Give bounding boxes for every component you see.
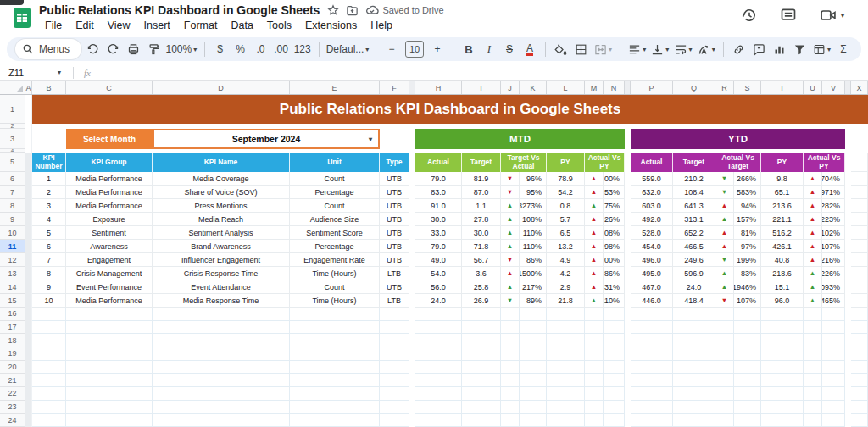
cell[interactable]: ▲ [585, 199, 604, 213]
cell[interactable] [673, 361, 715, 374]
increase-font-size-button[interactable]: + [428, 40, 447, 58]
cell[interactable]: 15.1 [761, 280, 804, 294]
cell[interactable] [547, 387, 585, 401]
cell[interactable] [761, 321, 804, 335]
cell[interactable] [501, 401, 520, 414]
cell[interactable] [153, 321, 290, 335]
star-icon[interactable] [326, 4, 339, 17]
cell[interactable] [625, 374, 631, 387]
cell[interactable] [585, 308, 604, 321]
column-header-cell[interactable]: Target [673, 152, 715, 172]
cell[interactable] [822, 374, 845, 387]
cell[interactable]: 10 [32, 294, 66, 308]
cell[interactable] [585, 347, 604, 361]
cell[interactable] [631, 347, 673, 361]
cell[interactable] [845, 374, 851, 387]
column-header-A[interactable]: A [25, 81, 32, 94]
cell[interactable] [501, 387, 520, 401]
cell[interactable] [673, 321, 715, 335]
version-history-icon[interactable] [741, 7, 758, 24]
cell[interactable]: ▲ [715, 226, 734, 240]
cell[interactable]: 108.4 [673, 186, 715, 199]
cell[interactable] [851, 267, 868, 280]
cell[interactable] [462, 414, 501, 427]
cell[interactable] [415, 334, 462, 347]
create-filter-button[interactable] [791, 40, 810, 58]
borders-button[interactable] [572, 40, 591, 58]
cell[interactable]: 6.5 [547, 226, 585, 240]
cell[interactable]: ▲ [804, 226, 822, 240]
cell[interactable]: 652.2 [673, 226, 715, 240]
cell[interactable] [851, 414, 868, 427]
column-header-E[interactable]: E [290, 81, 380, 94]
cell[interactable] [415, 387, 462, 401]
cell[interactable]: 24.0 [673, 280, 715, 294]
cell[interactable]: LTB [380, 267, 409, 280]
cell[interactable]: 226% [822, 267, 845, 280]
comment-history-icon[interactable] [780, 7, 797, 24]
cell[interactable]: ▲ [501, 226, 520, 240]
cell[interactable] [851, 213, 868, 226]
cell[interactable]: 199% [734, 253, 761, 267]
cell[interactable] [380, 308, 409, 321]
cell[interactable] [604, 308, 625, 321]
cell[interactable]: ▲ [585, 267, 604, 280]
cell[interactable]: ▲ [804, 294, 822, 308]
cell[interactable] [822, 321, 845, 335]
cell[interactable] [761, 308, 804, 321]
cell[interactable] [409, 308, 415, 321]
select-month-label[interactable]: Select Month [66, 129, 153, 149]
cell[interactable]: Time (Hours) [290, 267, 380, 280]
dashboard-title-banner[interactable]: Public Relations KPI Dashboard in Google… [32, 95, 868, 124]
cell[interactable]: 4 [32, 213, 66, 226]
cell[interactable]: ▲ [585, 213, 604, 226]
redo-button[interactable] [103, 40, 122, 58]
cell[interactable] [380, 347, 409, 361]
cell[interactable]: ▼ [715, 186, 734, 199]
cell[interactable] [25, 129, 32, 149]
column-header-B[interactable]: B [32, 81, 66, 94]
cell[interactable] [25, 334, 32, 347]
cell[interactable]: 56.0 [415, 280, 462, 294]
cell[interactable]: 465% [822, 294, 845, 308]
cell[interactable] [761, 334, 804, 347]
cell[interactable]: 4.2 [547, 267, 585, 280]
cell[interactable]: 508% [604, 226, 625, 240]
cell[interactable] [845, 321, 851, 335]
cell[interactable]: 466.5 [673, 240, 715, 253]
row-header[interactable]: 17 [0, 321, 25, 335]
cell[interactable] [585, 414, 604, 427]
font-size-input[interactable]: 10 [403, 40, 426, 58]
cell[interactable]: 559.0 [631, 172, 673, 186]
cell[interactable]: 1 [32, 172, 66, 186]
cell[interactable]: ▲ [501, 199, 520, 213]
cell[interactable]: 56.7 [462, 253, 501, 267]
cell[interactable] [851, 226, 868, 240]
cell[interactable] [604, 414, 625, 427]
column-header-cell[interactable]: Actual [631, 152, 673, 172]
cell[interactable]: 5.7 [547, 213, 585, 226]
cell[interactable]: ▲ [585, 240, 604, 253]
cell[interactable] [822, 414, 845, 427]
cell[interactable]: ▲ [715, 213, 734, 226]
cell[interactable]: 516.2 [761, 226, 804, 240]
cell[interactable]: Sentiment Analysis [153, 226, 290, 240]
cell[interactable]: Crisis Response Time [153, 267, 290, 280]
cell[interactable]: ▲ [804, 267, 822, 280]
increase-decimal-button[interactable]: .00 [272, 40, 291, 58]
cell[interactable]: Engagement Rate [290, 253, 380, 267]
cell[interactable]: ▲ [715, 267, 734, 280]
cell[interactable] [631, 401, 673, 414]
cell[interactable] [822, 387, 845, 401]
cell[interactable]: 210.2 [673, 172, 715, 186]
cell[interactable] [462, 387, 501, 401]
cell[interactable] [32, 374, 66, 387]
cell[interactable]: Influencer Engagement [153, 253, 290, 267]
cell[interactable] [804, 401, 822, 414]
cell[interactable] [625, 347, 631, 361]
cell[interactable] [25, 401, 32, 414]
cell[interactable] [604, 321, 625, 335]
cell[interactable]: 108% [520, 213, 547, 226]
cell[interactable]: ▼ [715, 172, 734, 186]
column-header-L[interactable]: L [547, 81, 585, 94]
